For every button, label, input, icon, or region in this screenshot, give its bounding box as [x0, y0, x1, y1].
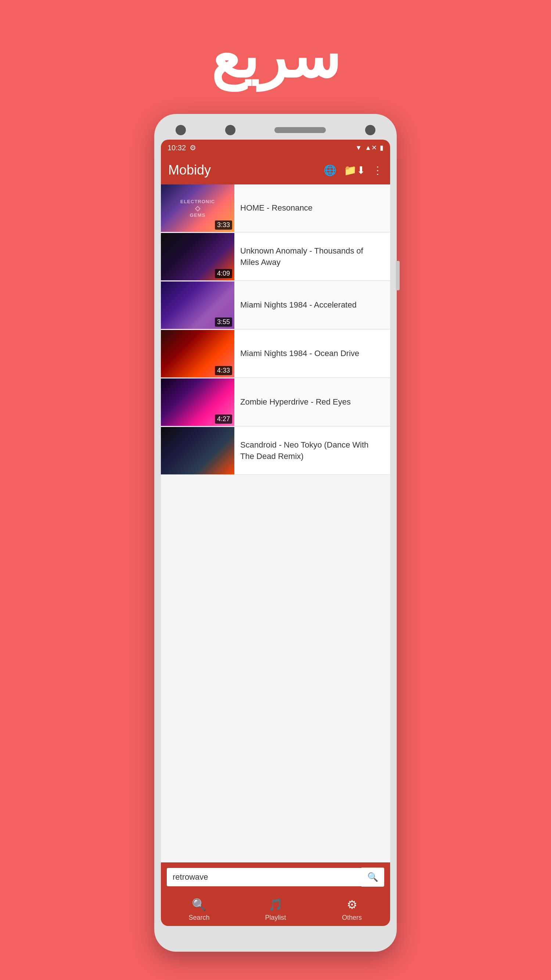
settings-icon[interactable]: ⚙: [189, 143, 196, 152]
search-nav-icon: 🔍: [192, 898, 206, 912]
arabic-logo-text: سريع: [211, 23, 340, 92]
video-info-3: Miami Nights 1984 - Accelerated: [234, 282, 390, 329]
search-bar: 🔍: [161, 862, 390, 892]
signal-icon: ▲✕: [365, 144, 377, 152]
video-title-6: Scandroid - Neo Tokyo (Dance With The De…: [240, 439, 384, 462]
status-time: 10:32: [167, 144, 186, 152]
list-item[interactable]: 3:55 Miami Nights 1984 - Accelerated: [161, 282, 390, 329]
thumbnail-4: 4:33: [161, 330, 234, 377]
video-info-5: Zombie Hyperdrive - Red Eyes: [234, 379, 390, 426]
more-options-icon[interactable]: ⋮: [373, 164, 383, 177]
status-bar: 10:32 ⚙ ▼ ▲✕ ▮: [161, 140, 390, 156]
bottom-nav: 🔍 Search 🎵 Playlist ⚙ Others: [161, 892, 390, 926]
globe-icon[interactable]: 🌐: [324, 164, 337, 177]
thumbnail-3: 3:55: [161, 282, 234, 329]
video-info-6: Scandroid - Neo Tokyo (Dance With The De…: [234, 427, 390, 474]
playlist-nav-icon: 🎵: [268, 898, 283, 912]
others-nav-label: Others: [342, 914, 362, 921]
duration-2: 4:09: [215, 269, 232, 278]
duration-3: 3:55: [215, 318, 232, 327]
download-icon[interactable]: 📁⬇: [344, 164, 365, 177]
battery-icon: ▮: [380, 144, 384, 152]
list-item[interactable]: 4:33 Miami Nights 1984 - Ocean Drive: [161, 330, 390, 378]
app-toolbar: Mobidy 🌐 📁⬇ ⋮: [161, 156, 390, 185]
video-list: ELECTRONIC◇GEMS 3:33 HOME - Resonance 4:…: [161, 185, 390, 862]
list-item[interactable]: 4:27 Zombie Hyperdrive - Red Eyes: [161, 379, 390, 426]
thumbnail-2: 4:09: [161, 233, 234, 280]
phone-outer: 10:32 ⚙ ▼ ▲✕ ▮ Mobidy 🌐 📁⬇ ⋮: [154, 114, 397, 952]
video-title-1: HOME - Resonance: [240, 202, 313, 214]
phone-wrapper: 10:32 ⚙ ▼ ▲✕ ▮ Mobidy 🌐 📁⬇ ⋮: [154, 114, 397, 952]
duration-5: 4:27: [215, 415, 232, 424]
camera-mid: [225, 125, 235, 135]
duration-4: 4:33: [215, 366, 232, 375]
toolbar-icons: 🌐 📁⬇ ⋮: [324, 164, 383, 177]
nav-item-playlist[interactable]: 🎵 Playlist: [237, 892, 314, 926]
side-button: [396, 261, 400, 290]
list-item[interactable]: ELECTRONIC◇GEMS 3:33 HOME - Resonance: [161, 185, 390, 232]
list-item[interactable]: 4:09 Unknown Anomaly - Thousands of Mile…: [161, 233, 390, 281]
thumbnail-1: ELECTRONIC◇GEMS 3:33: [161, 185, 234, 232]
duration-1: 3:33: [215, 221, 232, 230]
nav-item-search[interactable]: 🔍 Search: [161, 892, 237, 926]
wifi-icon: ▼: [355, 144, 362, 152]
video-title-5: Zombie Hyperdrive - Red Eyes: [240, 396, 351, 408]
video-info-4: Miami Nights 1984 - Ocean Drive: [234, 330, 390, 377]
nav-item-others[interactable]: ⚙ Others: [314, 892, 390, 926]
status-right: ▼ ▲✕ ▮: [355, 144, 384, 152]
app-title: Mobidy: [168, 162, 211, 178]
speaker: [275, 127, 326, 133]
playlist-nav-label: Playlist: [265, 914, 286, 921]
video-title-4: Miami Nights 1984 - Ocean Drive: [240, 348, 359, 360]
video-info-2: Unknown Anomaly - Thousands of Miles Awa…: [234, 233, 390, 280]
camera-right: [365, 125, 375, 135]
others-nav-icon: ⚙: [347, 898, 357, 912]
thumb-bg-6: [161, 427, 234, 474]
top-banner: سريع: [0, 0, 551, 114]
camera-left: [176, 125, 186, 135]
search-nav-label: Search: [189, 914, 210, 921]
phone-screen: 10:32 ⚙ ▼ ▲✕ ▮ Mobidy 🌐 📁⬇ ⋮: [161, 140, 390, 926]
thumbnail-6: [161, 427, 234, 474]
search-button[interactable]: 🔍: [362, 867, 384, 887]
thumbnail-5: 4:27: [161, 379, 234, 426]
video-info-1: HOME - Resonance: [234, 185, 390, 232]
search-input[interactable]: [167, 868, 362, 886]
phone-top-bar: [161, 125, 390, 135]
status-left: 10:32 ⚙: [167, 143, 196, 152]
list-item[interactable]: Scandroid - Neo Tokyo (Dance With The De…: [161, 427, 390, 475]
video-title-2: Unknown Anomaly - Thousands of Miles Awa…: [240, 245, 384, 268]
overlay-text-1: ELECTRONIC◇GEMS: [180, 199, 215, 218]
video-title-3: Miami Nights 1984 - Accelerated: [240, 299, 357, 311]
